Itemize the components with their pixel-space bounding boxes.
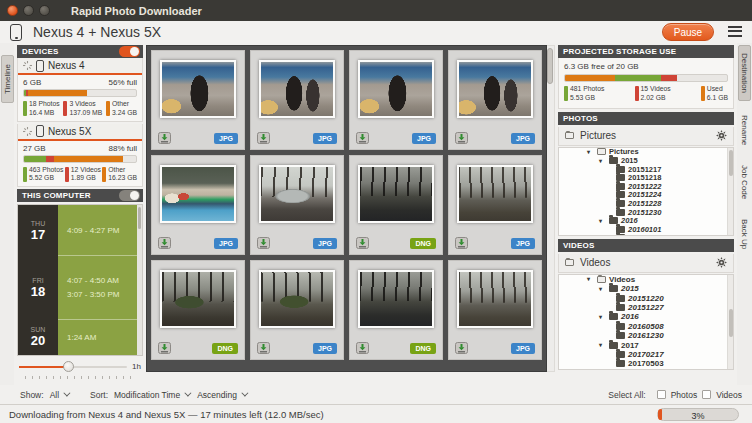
- tree-folder[interactable]: 20151228: [559, 199, 733, 208]
- timeline-block[interactable]: 4:07 - 4:50 AM 3:07 - 3:50 PM: [58, 255, 142, 319]
- time-range: 4:07 - 4:50 AM: [67, 276, 142, 285]
- sort-order-dropdown[interactable]: Ascending: [197, 390, 246, 400]
- photo-thumbnail[interactable]: JPG: [448, 260, 542, 360]
- timeline-block[interactable]: 4:09 - 4:27 PM: [58, 205, 142, 255]
- photo-thumbnail[interactable]: JPG: [250, 50, 344, 150]
- projected-storage-header: PROJECTED STORAGE USE: [558, 45, 734, 58]
- expand-arrow-icon[interactable]: ▾: [599, 342, 606, 348]
- download-pending-icon: [158, 237, 171, 249]
- window-maximize-button[interactable]: [39, 5, 50, 16]
- expand-arrow-icon[interactable]: ▾: [599, 218, 606, 224]
- tree-scrollbar[interactable]: [727, 148, 733, 235]
- legend-videos: 12 Videos1.89 GB: [65, 166, 101, 184]
- photo-thumbnail[interactable]: JPG: [448, 50, 542, 150]
- select-all-videos-checkbox[interactable]: [702, 390, 711, 399]
- timeline-block[interactable]: 1:24 AM: [58, 319, 142, 355]
- thumbnail-image: [259, 270, 335, 328]
- tree-folder[interactable]: 20170503: [559, 359, 733, 368]
- devices-section-title: DEVICES: [22, 47, 59, 56]
- videos-destination-selector[interactable]: Videos: [558, 254, 734, 273]
- download-pending-icon: [356, 237, 369, 249]
- tree-folder[interactable]: ▾Pictures: [559, 148, 733, 157]
- photo-thumbnail[interactable]: DNG: [349, 260, 443, 360]
- thumbnail-image: [160, 165, 236, 223]
- show-dropdown[interactable]: All: [50, 390, 68, 400]
- device-card-nexus5x: Nexus 5X 27 GB 88% full 463 Photos5.52 G…: [17, 124, 143, 188]
- folder-icon: [616, 304, 625, 311]
- tree-folder[interactable]: 20160101: [559, 225, 733, 234]
- sort-dropdown[interactable]: Modification Time: [114, 390, 189, 400]
- expand-arrow-icon[interactable]: ▾: [599, 158, 606, 164]
- tree-folder[interactable]: ▾2016: [559, 216, 733, 225]
- photos-destination-selector[interactable]: Pictures: [558, 127, 734, 146]
- tree-scrollbar[interactable]: [727, 275, 733, 369]
- photo-thumbnail[interactable]: JPG: [448, 155, 542, 255]
- tree-folder[interactable]: ▾2015: [559, 284, 733, 293]
- expand-arrow-icon[interactable]: ▾: [599, 286, 606, 292]
- devices-toggle[interactable]: [119, 46, 140, 57]
- tree-folder[interactable]: 20151217: [559, 165, 733, 174]
- pause-button[interactable]: Pause: [662, 23, 714, 41]
- expand-arrow-icon[interactable]: ▾: [587, 149, 594, 155]
- tab-rename[interactable]: Rename: [738, 109, 751, 151]
- tab-timeline[interactable]: Timeline: [1, 55, 14, 103]
- download-pending-icon: [455, 237, 468, 249]
- timeline-day-column: THU17 FRI18 SUN20: [18, 205, 58, 355]
- gear-icon[interactable]: [716, 130, 727, 141]
- device-row[interactable]: Nexus 5X: [18, 124, 142, 141]
- grid-scrollbar[interactable]: [547, 45, 555, 372]
- expand-arrow-icon[interactable]: ▾: [599, 314, 606, 320]
- thumbnail-image: [160, 60, 236, 118]
- hamburger-menu-icon[interactable]: [728, 26, 742, 37]
- show-label: Show:: [20, 390, 44, 400]
- timeline-blocks: 4:09 - 4:27 PM 4:07 - 4:50 AM 3:07 - 3:5…: [58, 205, 142, 355]
- photo-thumbnail[interactable]: JPG: [349, 50, 443, 150]
- download-pending-icon: [356, 342, 369, 354]
- left-panel: DEVICES Nexus 4 6 GB 56% full: [14, 43, 146, 385]
- tree-folder[interactable]: 20161230: [559, 331, 733, 340]
- download-pending-icon: [257, 342, 270, 354]
- tab-job-code[interactable]: Job Code: [738, 159, 751, 205]
- tree-folder[interactable]: 20151222: [559, 182, 733, 191]
- tree-folder[interactable]: ▾Videos: [559, 275, 733, 284]
- tree-folder[interactable]: 20151227: [559, 303, 733, 312]
- app-header: Nexus 4 + Nexus 5X Pause: [0, 21, 752, 43]
- spinner-icon: [23, 61, 32, 70]
- file-type-badge: JPG: [511, 238, 535, 249]
- tree-folder[interactable]: ▾2015: [559, 156, 733, 165]
- photo-thumbnail[interactable]: DNG: [151, 260, 245, 360]
- slider-handle[interactable]: [63, 361, 74, 372]
- tree-folder[interactable]: 20170217: [559, 350, 733, 359]
- tree-folder[interactable]: 20151230: [559, 208, 733, 217]
- device-row[interactable]: Nexus 4: [18, 58, 142, 75]
- file-type-badge: DNG: [410, 343, 436, 354]
- photo-thumbnail[interactable]: JPG: [250, 260, 344, 360]
- tab-back-up[interactable]: Back Up: [738, 213, 751, 255]
- tree-folder[interactable]: 20160112: [559, 234, 733, 236]
- window-close-button[interactable]: [7, 5, 18, 16]
- tree-folder[interactable]: ▾2016: [559, 312, 733, 321]
- tree-folder[interactable]: 20151220: [559, 293, 733, 302]
- tab-destination[interactable]: Destination: [738, 45, 751, 101]
- legend-photos: 18 Photos16.4 MB: [23, 100, 60, 118]
- tree-folder[interactable]: 20160508: [559, 322, 733, 331]
- tree-folder[interactable]: ▾2017: [559, 340, 733, 349]
- photo-thumbnail[interactable]: DNG: [349, 155, 443, 255]
- window-minimize-button[interactable]: [23, 5, 34, 16]
- photo-thumbnail[interactable]: JPG: [151, 155, 245, 255]
- device-size: 6 GB: [23, 78, 41, 87]
- expand-arrow-icon[interactable]: ▾: [587, 276, 594, 282]
- tree-folder[interactable]: 20151224: [559, 191, 733, 200]
- gear-icon[interactable]: [716, 257, 727, 268]
- this-computer-toggle[interactable]: [119, 190, 140, 201]
- timeline-scrollbar[interactable]: [137, 205, 142, 355]
- other-color-chip: [102, 167, 106, 182]
- photo-thumbnail[interactable]: JPG: [250, 155, 344, 255]
- tree-folder[interactable]: 20151218: [559, 173, 733, 182]
- device-card-nexus4: Nexus 4 6 GB 56% full 18 Photos16.4 MB 3…: [17, 58, 143, 122]
- photo-thumbnail[interactable]: JPG: [151, 50, 245, 150]
- file-type-badge: JPG: [511, 133, 535, 144]
- timeline-scale-slider[interactable]: [19, 361, 127, 372]
- select-all-photos-checkbox[interactable]: [657, 390, 666, 399]
- timeline-widget[interactable]: THU17 FRI18 SUN20 4:09 - 4:27 PM 4:07 - …: [17, 204, 143, 356]
